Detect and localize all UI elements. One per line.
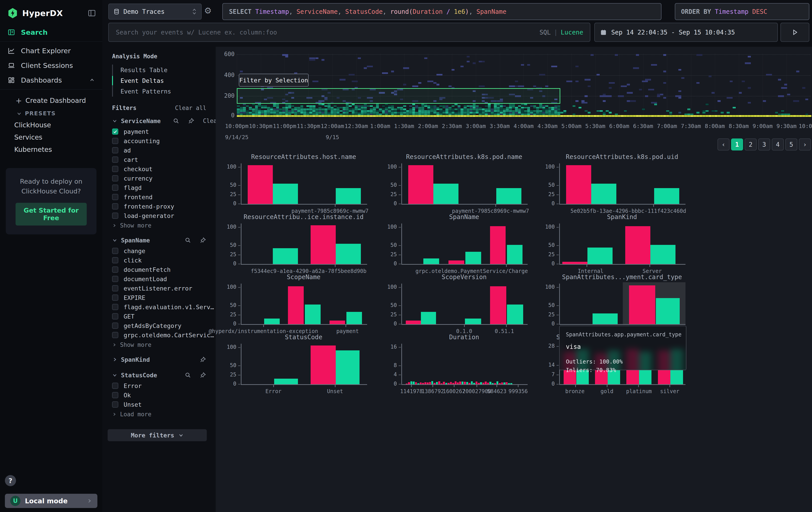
sidebar-preset-clickhouse[interactable]: ClickHouse	[0, 117, 102, 129]
checkbox[interactable]	[112, 392, 118, 398]
pin-icon[interactable]	[188, 117, 195, 124]
date-range-picker[interactable]: Sep 14 22:04:35 - Sep 15 10:04:35	[594, 23, 778, 42]
source-select[interactable]: Demo Traces	[108, 4, 202, 20]
sidebar-item-client-sessions[interactable]: Client Sessions	[0, 58, 102, 73]
chart-plot[interactable]	[559, 223, 686, 265]
chart-plot[interactable]	[559, 163, 686, 205]
filter-option-payment[interactable]: payment	[112, 127, 216, 136]
checkbox[interactable]	[112, 157, 118, 163]
search-icon[interactable]	[184, 372, 191, 378]
sidebar-item-search[interactable]: Search	[0, 25, 102, 39]
filter-section-header-servicename[interactable]: ServiceNameClear	[112, 115, 216, 127]
next-page-button[interactable]: ›	[799, 138, 811, 151]
filter-section-header-statuscode[interactable]: StatusCode	[112, 369, 216, 381]
search-input[interactable]	[115, 28, 540, 36]
duration-heatmap[interactable]	[237, 53, 810, 117]
checkbox[interactable]	[112, 276, 118, 282]
order-by-input[interactable]: ORDER BY Timestamp DESC	[675, 3, 809, 20]
checkbox[interactable]	[112, 147, 118, 153]
checkbox[interactable]	[112, 401, 118, 408]
search-icon[interactable]	[173, 117, 179, 124]
pin-icon[interactable]	[200, 237, 206, 244]
filter-option-frontend[interactable]: frontend	[112, 192, 216, 202]
sidebar-preset-services[interactable]: Services	[0, 129, 102, 141]
analysis-mode-option-event-deltas[interactable]: Event Deltas	[113, 75, 216, 86]
filter-option-ad[interactable]: ad	[112, 145, 216, 155]
checkbox[interactable]	[112, 304, 118, 310]
chart-plot[interactable]	[241, 344, 367, 385]
filter-option-documentload[interactable]: documentLoad	[112, 274, 216, 284]
search-icon[interactable]	[184, 237, 191, 244]
checkbox[interactable]	[112, 185, 118, 191]
page-button-3[interactable]: 3	[758, 138, 770, 151]
filter-option-unset[interactable]: Unset	[112, 400, 216, 409]
filter-section-header-spankind[interactable]: SpanKind	[112, 353, 216, 366]
chart-plot[interactable]	[559, 284, 686, 325]
filter-option-currency[interactable]: currency	[112, 173, 216, 183]
checkbox[interactable]	[112, 266, 118, 273]
chart-plot[interactable]	[401, 163, 528, 205]
run-query-button[interactable]	[780, 23, 809, 42]
checkbox[interactable]	[112, 295, 118, 301]
filter-by-selection-button[interactable]: Filter by Selection	[239, 74, 309, 87]
help-button[interactable]: ?	[5, 475, 16, 486]
pin-icon[interactable]	[200, 356, 206, 363]
sql-select-input[interactable]: SELECT Timestamp, ServiceName, StatusCod…	[222, 3, 662, 20]
filter-option-flagd-evaluation-v1-serv-[interactable]: flagd.evaluation.v1.Serv…	[112, 302, 216, 312]
checkbox[interactable]	[112, 313, 118, 319]
checkbox[interactable]	[112, 248, 118, 254]
checkbox[interactable]	[112, 213, 118, 219]
filter-option-checkout[interactable]: checkout	[112, 164, 216, 173]
gear-icon[interactable]: ⚙	[204, 6, 212, 16]
filter-option-flagd[interactable]: flagd	[112, 183, 216, 192]
checkbox[interactable]	[112, 138, 118, 144]
user-menu[interactable]: U Local mode	[5, 494, 97, 508]
show-more-button[interactable]: Show more	[112, 340, 216, 350]
checkbox[interactable]	[112, 129, 118, 135]
checkbox[interactable]	[112, 323, 118, 329]
filter-option-documentfetch[interactable]: documentFetch	[112, 265, 216, 274]
pin-icon[interactable]	[200, 372, 206, 378]
get-started-button[interactable]: Get Started for Free	[16, 203, 87, 225]
show-more-button[interactable]: Show more	[112, 220, 216, 231]
sidebar-item-dashboards[interactable]: Dashboards	[0, 73, 102, 87]
filter-option-eventlistener-error[interactable]: eventListener.error	[112, 284, 216, 293]
checkbox[interactable]	[112, 194, 118, 200]
checkbox[interactable]	[112, 285, 118, 291]
filter-option-click[interactable]: click	[112, 255, 216, 265]
filter-option-change[interactable]: change	[112, 246, 216, 255]
create-dashboard-button[interactable]: + Create Dashboard	[0, 91, 102, 104]
checkbox[interactable]	[112, 332, 118, 338]
clear-all-button[interactable]: Clear all	[175, 105, 206, 111]
filter-option-get[interactable]: GET	[112, 312, 216, 321]
filter-option-load-generator[interactable]: load-generator	[112, 211, 216, 220]
filter-option-cart[interactable]: cart	[112, 155, 216, 164]
checkbox[interactable]	[112, 257, 118, 263]
page-button-5[interactable]: 5	[785, 138, 797, 151]
checkbox[interactable]	[112, 383, 118, 389]
presets-toggle[interactable]: PRESETS	[0, 104, 102, 117]
page-button-4[interactable]: 4	[772, 138, 784, 151]
prev-page-button[interactable]: ‹	[718, 138, 729, 151]
chart-plot[interactable]	[241, 223, 367, 265]
checkbox[interactable]	[112, 175, 118, 182]
chart-plot[interactable]	[401, 344, 528, 385]
filter-option-accounting[interactable]: accounting	[112, 136, 216, 145]
page-button-2[interactable]: 2	[745, 138, 757, 151]
chart-plot[interactable]	[401, 284, 528, 325]
more-filters-button[interactable]: More filters	[108, 429, 207, 441]
load-more-button[interactable]: Load more	[112, 409, 216, 420]
page-button-1[interactable]: 1	[731, 138, 743, 151]
mode-sql[interactable]: SQL	[540, 29, 551, 36]
selection-rectangle[interactable]	[237, 88, 560, 104]
filter-section-header-spanname[interactable]: SpanName	[112, 234, 216, 246]
chart-plot[interactable]	[241, 163, 367, 205]
chart-plot[interactable]	[401, 223, 528, 265]
collapse-sidebar-icon[interactable]	[88, 9, 96, 17]
analysis-mode-option-results-table[interactable]: Results Table	[113, 64, 216, 75]
filter-option-frontend-proxy[interactable]: frontend-proxy	[112, 202, 216, 211]
sidebar-item-chart-explorer[interactable]: Chart Explorer	[0, 44, 102, 58]
checkbox[interactable]	[112, 166, 118, 172]
chart-plot[interactable]	[241, 284, 367, 325]
sidebar-preset-kubernetes[interactable]: Kubernetes	[0, 141, 102, 153]
